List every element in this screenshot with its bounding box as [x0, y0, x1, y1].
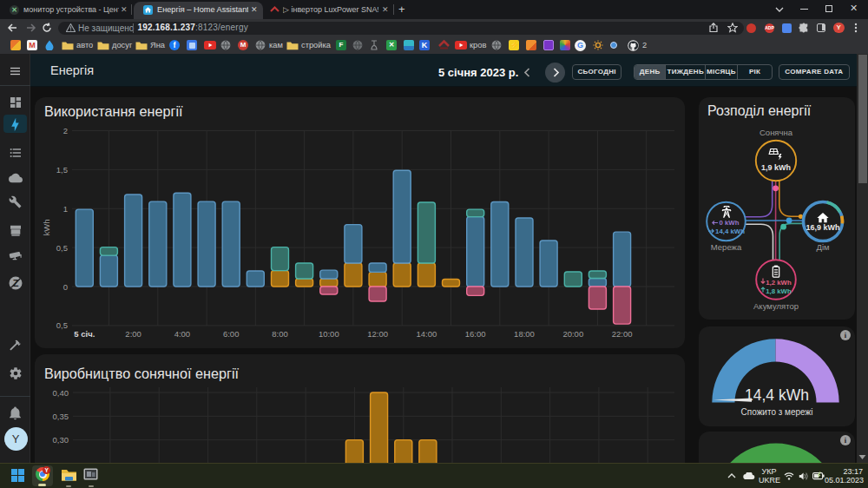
svg-text:Мережа: Мережа [711, 242, 742, 252]
svg-text:1,2 kWh: 1,2 kWh [766, 279, 792, 287]
svg-text:0,40: 0,40 [53, 388, 69, 398]
svg-text:0 kWh: 0 kWh [720, 219, 740, 227]
svg-text:22:00: 22:00 [612, 329, 633, 339]
svg-text:18:00: 18:00 [514, 329, 535, 339]
svg-text:Акумулятор: Акумулятор [753, 301, 799, 311]
svg-text:14,4 kWh: 14,4 kWh [715, 228, 745, 235]
svg-text:1: 1 [63, 204, 68, 214]
svg-text:1,9 kWh: 1,9 kWh [761, 163, 791, 172]
svg-text:10:00: 10:00 [319, 329, 339, 339]
svg-text:Сонячна: Сонячна [760, 128, 793, 137]
svg-text:2: 2 [63, 126, 68, 135]
svg-text:0: 0 [63, 282, 68, 292]
svg-text:0,35: 0,35 [53, 412, 69, 421]
svg-text:8:00: 8:00 [272, 329, 288, 339]
svg-text:6:00: 6:00 [223, 329, 240, 339]
svg-text:1,8 kWh: 1,8 kWh [766, 287, 792, 295]
svg-text:5 січ.: 5 січ. [74, 329, 95, 339]
svg-text:0,5: 0,5 [56, 320, 68, 330]
svg-text:0,30: 0,30 [53, 435, 69, 445]
svg-text:kWh: kWh [42, 220, 51, 236]
svg-text:20:00: 20:00 [562, 329, 583, 339]
svg-text:4:00: 4:00 [174, 329, 191, 339]
svg-text:12:00: 12:00 [367, 329, 388, 339]
svg-text:16:00: 16:00 [465, 329, 486, 339]
svg-text:2:00: 2:00 [125, 329, 141, 339]
svg-text:1,5: 1,5 [56, 165, 68, 175]
svg-text:16,9 kWh: 16,9 kWh [806, 223, 839, 232]
svg-text:0,5: 0,5 [56, 243, 68, 253]
svg-text:Дім: Дім [816, 242, 829, 252]
svg-text:14:00: 14:00 [417, 329, 437, 339]
